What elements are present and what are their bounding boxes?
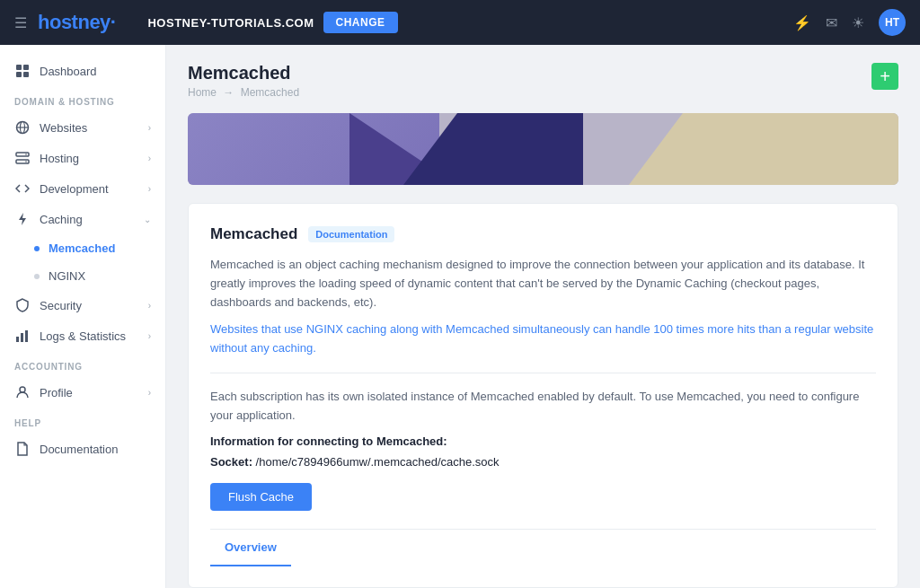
svg-point-15	[20, 387, 25, 392]
activity-icon[interactable]: ⚡	[793, 14, 811, 31]
avatar[interactable]: HT	[879, 9, 906, 36]
sidebar-item-label: Documentation	[40, 443, 118, 456]
svg-point-9	[25, 154, 27, 155]
page-title-section: Memcached Home → Memcached	[188, 63, 299, 99]
svg-rect-14	[25, 330, 28, 342]
info-label: Information for connecting to Memcached:	[210, 434, 876, 448]
bar-chart-icon	[14, 329, 31, 343]
mail-icon[interactable]: ✉	[826, 14, 837, 31]
documentation-badge: Documentation	[308, 226, 394, 242]
globe-icon	[14, 120, 31, 135]
sidebar-item-documentation[interactable]: Documentation	[0, 434, 165, 464]
sidebar-subitem-memcached[interactable]: Memcached	[0, 234, 165, 262]
sidebar-item-profile[interactable]: Profile ›	[0, 377, 165, 408]
svg-rect-8	[16, 160, 29, 163]
navbar: ☰ hostney· HOSTNEY-TUTORIALS.COM CHANGE …	[0, 0, 920, 45]
card-title: Memcached	[210, 225, 297, 243]
svg-rect-7	[16, 153, 29, 156]
sidebar-item-label: Development	[40, 182, 109, 196]
active-dot-icon	[34, 246, 40, 251]
server-icon	[14, 151, 31, 165]
logo: hostney·	[38, 11, 115, 34]
card-title-row: Memcached Documentation	[210, 225, 876, 243]
sidebar-item-websites[interactable]: Websites ›	[0, 112, 165, 143]
breadcrumb-home: Home	[188, 86, 217, 99]
card-desc-1: Memcached is an object caching mechanism…	[210, 256, 876, 312]
sidebar-item-label: Memcached	[49, 241, 115, 255]
svg-rect-2	[16, 72, 22, 77]
sidebar-item-security[interactable]: Security ›	[0, 290, 165, 320]
card-tabs: Overview	[210, 529, 876, 566]
content-area: Memcached Home → Memcached + Memcached	[166, 45, 920, 588]
sidebar: Dashboard DOMAIN & HOSTING Websites › Ho…	[0, 45, 166, 588]
code-icon	[14, 181, 31, 196]
card-divider	[210, 373, 876, 373]
sidebar-item-label: Security	[40, 299, 82, 312]
sidebar-item-label: Websites	[40, 121, 87, 135]
sidebar-item-hosting[interactable]: Hosting ›	[0, 143, 165, 173]
sidebar-item-logs[interactable]: Logs & Statistics ›	[0, 320, 165, 351]
svg-marker-11	[19, 213, 26, 225]
page-title: Memcached	[188, 63, 299, 83]
chevron-right-icon: ›	[148, 184, 151, 194]
sidebar-item-dashboard[interactable]: Dashboard	[0, 56, 165, 86]
svg-rect-12	[16, 337, 19, 342]
chevron-right-icon: ›	[148, 123, 151, 133]
sidebar-item-caching[interactable]: Caching ⌄	[0, 204, 165, 234]
socket-label: Socket:	[210, 455, 252, 469]
svg-rect-3	[23, 72, 29, 77]
sidebar-item-label: Dashboard	[40, 65, 97, 78]
chevron-right-icon: ›	[148, 301, 151, 311]
change-domain-button[interactable]: CHANGE	[323, 12, 398, 33]
banner-shape-beige	[629, 113, 898, 185]
sidebar-item-label: Hosting	[40, 152, 79, 165]
banner-inner	[188, 113, 898, 185]
sidebar-item-label: Logs & Statistics	[40, 329, 126, 343]
breadcrumb-current: Memcached	[241, 86, 299, 99]
breadcrumb-sep: →	[223, 86, 236, 99]
navbar-left: ☰ hostney· HOSTNEY-TUTORIALS.COM CHANGE	[14, 11, 398, 34]
lightning-icon	[14, 212, 31, 226]
menu-toggle-icon[interactable]: ☰	[14, 14, 27, 31]
sidebar-section-domain: DOMAIN & HOSTING	[0, 86, 165, 112]
socket-path: /home/c7894966umw/.memcached/cache.sock	[256, 455, 500, 469]
shield-icon	[14, 298, 31, 312]
sidebar-item-label: Caching	[40, 213, 83, 226]
domain-text: HOSTNEY-TUTORIALS.COM	[147, 16, 314, 30]
sidebar-item-label: NGINX	[49, 269, 85, 283]
sidebar-item-label: Profile	[40, 386, 73, 399]
sidebar-subitem-nginx[interactable]: NGINX	[0, 262, 165, 290]
grid-icon	[14, 64, 31, 78]
svg-rect-0	[16, 65, 22, 70]
breadcrumb: Home → Memcached	[188, 86, 299, 99]
chevron-right-icon: ›	[148, 331, 151, 341]
add-button[interactable]: +	[871, 63, 898, 90]
sidebar-section-help: HELP	[0, 408, 165, 434]
chevron-down-icon: ⌄	[144, 215, 151, 224]
banner	[188, 113, 898, 185]
memcached-card: Memcached Documentation Memcached is an …	[188, 203, 898, 588]
svg-point-10	[25, 161, 27, 162]
sidebar-section-accounting: ACCOUNTING	[0, 351, 165, 377]
user-icon	[14, 385, 31, 399]
card-desc-2: Websites that use NGINX caching along wi…	[210, 320, 876, 358]
svg-rect-13	[21, 333, 23, 342]
sidebar-item-development[interactable]: Development ›	[0, 173, 165, 204]
dot-icon	[34, 274, 40, 279]
tab-overview[interactable]: Overview	[210, 530, 291, 566]
domain-section: HOSTNEY-TUTORIALS.COM CHANGE	[147, 12, 397, 33]
svg-rect-1	[23, 65, 29, 70]
navbar-right: ⚡ ✉ ☀ HT	[793, 9, 906, 36]
page-header: Memcached Home → Memcached +	[188, 63, 898, 99]
chevron-right-icon: ›	[148, 388, 151, 398]
socket-value: Socket: /home/c7894966umw/.memcached/cac…	[210, 455, 876, 469]
main-layout: Dashboard DOMAIN & HOSTING Websites › Ho…	[0, 45, 920, 588]
settings-icon[interactable]: ☀	[852, 14, 864, 31]
card-desc-3: Each subscription has its own isolated i…	[210, 388, 876, 426]
chevron-right-icon: ›	[148, 154, 151, 163]
file-icon	[14, 442, 31, 456]
flush-cache-button[interactable]: Flush Cache	[210, 483, 312, 511]
